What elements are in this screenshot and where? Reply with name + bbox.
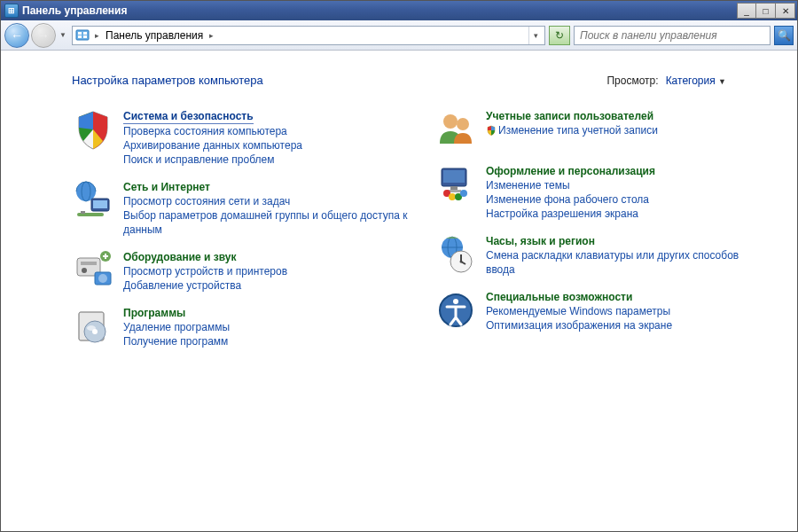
- svg-rect-13: [81, 262, 97, 265]
- window-title: Панель управления: [22, 4, 737, 17]
- users-icon: [434, 108, 477, 151]
- address-dropdown[interactable]: ▾: [528, 27, 543, 44]
- breadcrumb-sep-icon[interactable]: ▸: [92, 31, 102, 40]
- category-title[interactable]: Система и безопасность: [123, 110, 254, 124]
- category-link[interactable]: Просмотр устройств и принтеров: [123, 264, 287, 278]
- network-icon: [72, 179, 114, 222]
- category-link[interactable]: Получение программ: [123, 334, 230, 348]
- category-body: ПрограммыУдаление программыПолучение про…: [123, 305, 230, 348]
- category-link[interactable]: Изменение типа учетной записи: [486, 123, 658, 137]
- right-column: Учетные записи пользователейИзменение ти…: [434, 108, 771, 361]
- appearance-icon: [434, 163, 477, 206]
- content-area: Настройка параметров компьютера Просмотр…: [1, 51, 797, 531]
- breadcrumb-item[interactable]: Панель управления: [102, 29, 207, 42]
- access-icon: [434, 289, 477, 332]
- svg-rect-9: [93, 200, 107, 208]
- page-title: Настройка параметров компьютера: [72, 74, 263, 87]
- category-title[interactable]: Часы, язык и регион: [486, 235, 595, 248]
- category-title[interactable]: Программы: [123, 307, 185, 320]
- nav-arrows: ← → ▼: [4, 23, 68, 48]
- svg-point-24: [457, 118, 469, 130]
- category-link[interactable]: Просмотр состояния сети и задач: [123, 194, 408, 208]
- history-dropdown[interactable]: ▼: [58, 27, 68, 44]
- category-columns: Система и безопасностьПроверка состояния…: [72, 108, 771, 361]
- search-box: [574, 26, 771, 45]
- svg-rect-27: [450, 186, 458, 190]
- category-shield: Система и безопасностьПроверка состояния…: [72, 108, 408, 167]
- category-body: Сеть и ИнтернетПросмотр состояния сети и…: [123, 179, 408, 237]
- view-label: Просмотр:: [606, 74, 658, 87]
- refresh-button[interactable]: ↻: [549, 26, 570, 45]
- svg-rect-2: [83, 32, 87, 35]
- category-link[interactable]: Архивирование данных компьютера: [123, 138, 302, 153]
- clock-icon: [434, 233, 477, 276]
- search-input[interactable]: [576, 29, 768, 42]
- titlebar: ⊞ Панель управления _ □ ✕: [1, 1, 797, 20]
- view-value[interactable]: Категория ▼: [666, 74, 726, 87]
- svg-rect-4: [83, 35, 87, 38]
- window-icon: ⊞: [4, 4, 19, 18]
- category-programs: ПрограммыУдаление программыПолучение про…: [72, 305, 408, 348]
- address-bar[interactable]: ▸ Панель управления ▸ ▾: [72, 26, 545, 45]
- svg-rect-1: [78, 32, 82, 35]
- hardware-icon: [72, 249, 114, 292]
- svg-point-30: [449, 193, 456, 200]
- category-title[interactable]: Оборудование и звук: [123, 251, 237, 264]
- category-body: Оборудование и звукПросмотр устройств и …: [123, 249, 287, 293]
- content-header: Настройка параметров компьютера Просмотр…: [72, 74, 771, 87]
- category-body: Часы, язык и регионСмена раскладки клави…: [486, 233, 771, 277]
- svg-rect-3: [78, 35, 82, 38]
- category-title[interactable]: Сеть и Интернет: [123, 181, 210, 194]
- category-hardware: Оборудование и звукПросмотр устройств и …: [72, 249, 408, 293]
- category-link[interactable]: Удаление программы: [123, 320, 230, 334]
- category-body: Специальные возможностиРекомендуемые Win…: [486, 289, 672, 332]
- svg-point-22: [87, 325, 96, 331]
- svg-point-14: [82, 268, 87, 273]
- category-network: Сеть и ИнтернетПросмотр состояния сети и…: [72, 179, 408, 237]
- category-link[interactable]: Поиск и исправление проблем: [123, 153, 302, 167]
- category-title[interactable]: Специальные возможности: [486, 291, 632, 304]
- svg-point-23: [443, 114, 458, 129]
- category-appearance: Оформление и персонализацияИзменение тем…: [434, 163, 771, 221]
- window-buttons: _ □ ✕: [737, 3, 795, 19]
- chevron-down-icon: ▼: [718, 77, 726, 86]
- category-link[interactable]: Изменение темы: [486, 178, 655, 192]
- category-link[interactable]: Добавление устройства: [123, 278, 287, 293]
- category-body: Система и безопасностьПроверка состояния…: [123, 108, 302, 167]
- category-title[interactable]: Оформление и персонализация: [486, 165, 655, 178]
- category-link[interactable]: Оптимизация изображения на экране: [486, 318, 672, 332]
- left-column: Система и безопасностьПроверка состояния…: [72, 108, 408, 361]
- shield-icon: [72, 108, 114, 151]
- category-link[interactable]: Рекомендуемые Windows параметры: [486, 304, 672, 318]
- view-by-dropdown[interactable]: Просмотр: Категория ▼: [606, 74, 726, 87]
- maximize-button[interactable]: □: [756, 3, 776, 19]
- category-users: Учетные записи пользователейИзменение ти…: [434, 108, 771, 151]
- svg-point-38: [453, 299, 458, 304]
- category-link[interactable]: Изменение фона рабочего стола: [486, 192, 655, 207]
- forward-button[interactable]: →: [31, 23, 56, 48]
- programs-icon: [72, 305, 114, 348]
- svg-point-36: [460, 261, 463, 263]
- svg-rect-11: [81, 211, 85, 214]
- category-body: Учетные записи пользователейИзменение ти…: [486, 108, 658, 151]
- category-body: Оформление и персонализацияИзменение тем…: [486, 163, 655, 221]
- svg-rect-0: [76, 30, 89, 40]
- svg-rect-26: [443, 170, 465, 183]
- svg-point-16: [98, 274, 107, 283]
- category-link[interactable]: Проверка состояния компьютера: [123, 124, 302, 138]
- breadcrumb-sep-icon[interactable]: ▸: [207, 31, 216, 40]
- category-clock: Часы, язык и регионСмена раскладки клави…: [434, 233, 771, 277]
- back-button[interactable]: ←: [4, 23, 29, 48]
- category-access: Специальные возможностиРекомендуемые Win…: [434, 289, 771, 332]
- navbar: ← → ▼ ▸ Панель управления ▸ ▾ ↻ 🔍: [1, 20, 797, 51]
- category-link[interactable]: Выбор параметров домашней группы и общег…: [123, 208, 408, 237]
- control-panel-icon: [74, 28, 90, 43]
- category-link[interactable]: Смена раскладки клавиатуры или других сп…: [486, 248, 771, 277]
- category-title[interactable]: Учетные записи пользователей: [486, 110, 653, 123]
- minimize-button[interactable]: _: [737, 3, 756, 19]
- category-link[interactable]: Настройка разрешения экрана: [486, 207, 655, 221]
- search-go-button[interactable]: 🔍: [774, 26, 794, 45]
- svg-point-32: [460, 190, 467, 197]
- close-button[interactable]: ✕: [776, 3, 795, 19]
